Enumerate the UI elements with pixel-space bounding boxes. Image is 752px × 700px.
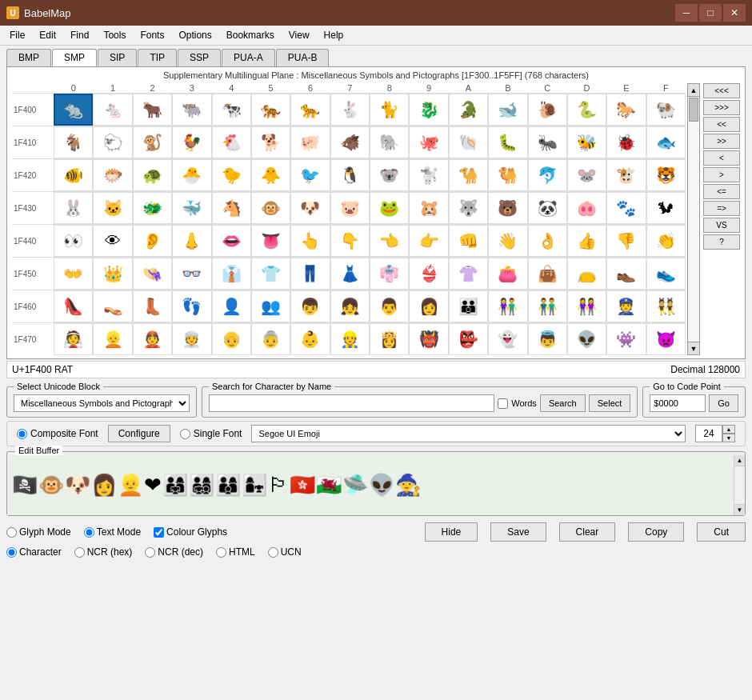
char-cell[interactable]: 👨 [370,290,409,322]
scroll-down-btn[interactable]: ▼ [688,342,699,354]
nav-last-button[interactable]: >>> [703,100,740,115]
char-cell[interactable]: 🐓 [172,126,211,158]
char-cell[interactable]: 🐵 [251,192,290,224]
search-input[interactable] [209,394,494,412]
search-button[interactable]: Search [540,394,586,412]
char-cell[interactable]: 👛 [488,258,527,290]
char-cell[interactable]: 🐰 [54,192,93,224]
char-cell[interactable]: 👊 [449,225,488,257]
list-item[interactable]: 👩‍👧 [242,473,267,498]
char-cell[interactable]: 👆 [290,225,330,257]
char-cell[interactable]: 👻 [488,323,527,355]
char-cell[interactable]: 👹 [409,323,448,355]
char-cell[interactable]: 🐽 [567,192,606,224]
nav-next-page-button[interactable]: >> [703,134,740,149]
char-cell[interactable]: 🐃 [172,94,211,126]
glyph-mode-radio[interactable] [6,527,17,538]
copy-button[interactable]: Copy [628,522,684,542]
char-cell[interactable]: 🐩 [409,159,448,191]
char-cell[interactable]: 🐡 [93,159,132,191]
char-cell[interactable]: 👥 [251,290,290,322]
char-cell[interactable]: 🐼 [528,192,567,224]
ncr-hex-format-radio[interactable] [74,547,85,558]
char-cell[interactable]: 👲 [133,323,172,355]
buffer-scrollbar[interactable]: ▲ ▼ [734,455,745,515]
go-button[interactable]: Go [709,394,738,412]
maximize-button[interactable]: □ [699,4,722,22]
list-item[interactable]: 🏴‍☠️ [12,473,38,498]
char-cell[interactable]: 🐹 [409,192,448,224]
char-cell[interactable]: 👔 [212,258,251,290]
list-item[interactable]: 🧙 [395,473,421,498]
char-cell[interactable]: 🐕 [251,126,290,158]
ncr-dec-format-radio[interactable] [145,547,155,558]
cut-button[interactable]: Cut [697,522,746,542]
char-cell[interactable]: 🐪 [449,159,488,191]
font-select[interactable]: Segoe UI Emoji [251,425,686,442]
char-cell[interactable]: 👓 [172,258,211,290]
char-cell[interactable]: 🐇 [330,94,370,126]
select-button[interactable]: Select [589,394,631,412]
char-cell[interactable]: 👫 [488,290,527,322]
minimize-button[interactable]: ─ [675,4,698,22]
colour-glyphs-checkbox[interactable] [154,527,164,538]
char-cell[interactable]: 👍 [567,225,606,257]
char-cell[interactable]: 👀 [54,225,93,257]
char-cell[interactable]: 👝 [567,258,606,290]
char-cell[interactable]: 🐁 [93,94,132,126]
menu-file[interactable]: File [3,27,31,43]
list-item[interactable]: ❤ [144,473,162,498]
char-cell[interactable]: 👙 [409,258,448,290]
char-cell[interactable]: 🐗 [330,126,370,158]
char-cell[interactable]: 👡 [93,290,132,322]
tab-pua-b[interactable]: PUA-B [276,49,330,66]
char-cell[interactable]: 👃 [172,225,211,257]
char-cell[interactable]: 👌 [528,225,567,257]
list-item[interactable]: 🇭🇰 [290,473,315,498]
font-size-up-btn[interactable]: ▲ [722,425,735,434]
hide-button[interactable]: Hide [425,522,478,542]
char-cell[interactable]: 🐎 [606,94,646,126]
char-cell[interactable]: 🐢 [133,159,172,191]
char-cell[interactable]: 👞 [606,258,646,290]
tab-smp[interactable]: SMP [52,49,97,66]
char-cell[interactable]: 👁 [93,225,132,257]
char-cell[interactable]: 🐱 [93,192,132,224]
char-cell[interactable]: 🐌 [528,94,567,126]
char-cell[interactable]: 👕 [251,258,290,290]
char-cell[interactable]: 👑 [93,258,132,290]
grid-scrollbar[interactable]: ▲ ▼ [687,83,700,355]
char-cell[interactable]: 👱 [93,323,132,355]
char-cell[interactable]: 👒 [133,258,172,290]
char-cell[interactable]: 🐄 [212,94,251,126]
char-cell[interactable]: 👣 [172,290,211,322]
char-cell[interactable]: 🐸 [370,192,409,224]
char-cell[interactable]: 👐 [54,258,93,290]
char-cell[interactable]: 👇 [330,225,370,257]
list-item[interactable]: 🛸 [342,473,368,498]
char-cell[interactable]: 🐅 [251,94,290,126]
char-cell[interactable]: 👗 [330,258,370,290]
composite-font-radio[interactable] [17,429,27,439]
char-cell[interactable]: 🐧 [330,159,370,191]
char-cell[interactable]: 👄 [212,225,251,257]
char-cell[interactable]: 🐈 [370,94,409,126]
nav-help-button[interactable]: ? [703,234,740,250]
list-item[interactable]: 🏳 [268,473,289,498]
list-item[interactable]: 👨‍👩‍👧 [162,473,188,498]
char-cell[interactable]: 🐙 [409,126,448,158]
char-cell[interactable]: 🐐 [54,126,93,158]
tab-tip[interactable]: TIP [138,49,177,66]
char-cell[interactable]: 🐾 [606,192,646,224]
char-cell[interactable]: 🐿 [646,192,686,224]
menu-bookmarks[interactable]: Bookmarks [220,27,281,43]
char-cell[interactable]: 🐋 [488,94,527,126]
char-cell[interactable]: 🐏 [646,94,686,126]
clear-button[interactable]: Clear [559,522,616,542]
char-cell[interactable]: 👖 [290,258,330,290]
char-cell[interactable]: 🐬 [528,159,567,191]
menu-tools[interactable]: Tools [97,27,132,43]
char-cell[interactable]: 👽 [567,323,606,355]
char-cell[interactable]: 🐨 [370,159,409,191]
char-cell[interactable]: 🐭 [567,159,606,191]
